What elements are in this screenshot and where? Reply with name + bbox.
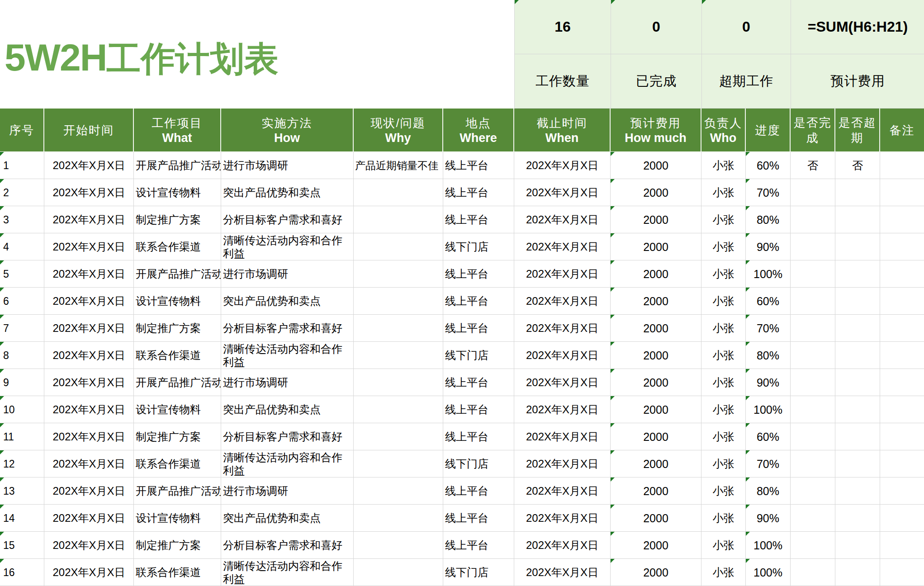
cell-overdue[interactable] bbox=[835, 288, 880, 315]
cell-where[interactable]: 线下门店 bbox=[443, 342, 514, 369]
cell-how_much[interactable]: 2000 bbox=[611, 423, 701, 450]
cell-how_much[interactable]: 2000 bbox=[611, 559, 701, 586]
cell-how[interactable]: 突出产品优势和卖点 bbox=[221, 288, 354, 315]
cell-who[interactable]: 小张 bbox=[701, 179, 746, 206]
cell-done[interactable] bbox=[791, 233, 835, 260]
cell-overdue[interactable] bbox=[835, 532, 880, 559]
cell-what[interactable]: 开展产品推广活动 bbox=[134, 260, 221, 288]
cell-where[interactable]: 线上平台 bbox=[443, 315, 514, 342]
cell-who[interactable]: 小张 bbox=[701, 396, 746, 423]
cell-start[interactable]: 202X年X月X日 bbox=[44, 206, 134, 233]
cell-how[interactable]: 分析目标客户需求和喜好 bbox=[221, 423, 354, 450]
cell-how_much[interactable]: 2000 bbox=[611, 233, 701, 260]
summary-value-completed[interactable]: 0 bbox=[611, 0, 702, 54]
cell-when[interactable]: 202X年X月X日 bbox=[514, 233, 611, 260]
cell-what[interactable]: 联系合作渠道 bbox=[134, 559, 221, 586]
cell-no[interactable]: 11 bbox=[0, 423, 44, 450]
cell-progress[interactable]: 100% bbox=[746, 559, 791, 586]
cell-what[interactable]: 制定推广方案 bbox=[134, 206, 221, 233]
cell-progress[interactable]: 60% bbox=[746, 288, 791, 315]
cell-when[interactable]: 202X年X月X日 bbox=[514, 396, 611, 423]
cell-who[interactable]: 小张 bbox=[701, 152, 746, 179]
cell-progress[interactable]: 80% bbox=[746, 206, 791, 233]
cell-how[interactable]: 清晰传达活动内容和合作利益 bbox=[221, 559, 354, 586]
cell-start[interactable]: 202X年X月X日 bbox=[44, 532, 134, 559]
cell-how_much[interactable]: 2000 bbox=[611, 315, 701, 342]
cell-when[interactable]: 202X年X月X日 bbox=[514, 559, 611, 586]
cell-why[interactable]: 产品近期销量不佳 bbox=[354, 152, 443, 179]
cell-remark[interactable] bbox=[880, 450, 924, 477]
summary-value-overdue[interactable]: 0 bbox=[702, 0, 791, 54]
cell-remark[interactable] bbox=[880, 233, 924, 260]
cell-how_much[interactable]: 2000 bbox=[611, 532, 701, 559]
col-header-overdue[interactable]: 是否超期 bbox=[835, 109, 880, 152]
cell-how[interactable]: 突出产品优势和卖点 bbox=[221, 179, 354, 206]
cell-how[interactable]: 分析目标客户需求和喜好 bbox=[221, 315, 354, 342]
cell-start[interactable]: 202X年X月X日 bbox=[44, 260, 134, 288]
cell-how_much[interactable]: 2000 bbox=[611, 396, 701, 423]
cell-progress[interactable]: 80% bbox=[746, 342, 791, 369]
cell-remark[interactable] bbox=[880, 396, 924, 423]
cell-overdue[interactable] bbox=[835, 450, 880, 477]
cell-remark[interactable] bbox=[880, 342, 924, 369]
cell-when[interactable]: 202X年X月X日 bbox=[514, 342, 611, 369]
cell-remark[interactable] bbox=[880, 288, 924, 315]
cell-overdue[interactable] bbox=[835, 477, 880, 505]
cell-what[interactable]: 设计宣传物料 bbox=[134, 505, 221, 532]
cell-why[interactable] bbox=[354, 206, 443, 233]
cell-start[interactable]: 202X年X月X日 bbox=[44, 450, 134, 477]
cell-why[interactable] bbox=[354, 179, 443, 206]
cell-remark[interactable] bbox=[880, 206, 924, 233]
cell-where[interactable]: 线上平台 bbox=[443, 260, 514, 288]
cell-done[interactable] bbox=[791, 342, 835, 369]
cell-overdue[interactable] bbox=[835, 315, 880, 342]
cell-progress[interactable]: 100% bbox=[746, 532, 791, 559]
cell-start[interactable]: 202X年X月X日 bbox=[44, 233, 134, 260]
cell-how_much[interactable]: 2000 bbox=[611, 505, 701, 532]
cell-who[interactable]: 小张 bbox=[701, 477, 746, 505]
cell-start[interactable]: 202X年X月X日 bbox=[44, 369, 134, 396]
cell-what[interactable]: 开展产品推广活动 bbox=[134, 152, 221, 179]
cell-who[interactable]: 小张 bbox=[701, 233, 746, 260]
cell-why[interactable] bbox=[354, 505, 443, 532]
cell-progress[interactable]: 70% bbox=[746, 315, 791, 342]
cell-who[interactable]: 小张 bbox=[701, 288, 746, 315]
cell-where[interactable]: 线上平台 bbox=[443, 369, 514, 396]
cell-overdue[interactable] bbox=[835, 233, 880, 260]
cell-remark[interactable] bbox=[880, 505, 924, 532]
cell-done[interactable] bbox=[791, 206, 835, 233]
cell-done[interactable] bbox=[791, 179, 835, 206]
col-header-who[interactable]: 负责人Who bbox=[701, 109, 746, 152]
cell-how[interactable]: 进行市场调研 bbox=[221, 369, 354, 396]
cell-why[interactable] bbox=[354, 369, 443, 396]
cell-how[interactable]: 清晰传达活动内容和合作利益 bbox=[221, 450, 354, 477]
summary-label-overdue[interactable]: 超期工作 bbox=[702, 54, 791, 109]
cell-when[interactable]: 202X年X月X日 bbox=[514, 288, 611, 315]
summary-label-cost[interactable]: 预计费用 bbox=[791, 54, 924, 109]
cell-who[interactable]: 小张 bbox=[701, 260, 746, 288]
cell-why[interactable] bbox=[354, 396, 443, 423]
cell-no[interactable]: 10 bbox=[0, 396, 44, 423]
cell-when[interactable]: 202X年X月X日 bbox=[514, 450, 611, 477]
cell-how_much[interactable]: 2000 bbox=[611, 288, 701, 315]
cell-remark[interactable] bbox=[880, 477, 924, 505]
cell-done[interactable]: 否 bbox=[791, 152, 835, 179]
cell-remark[interactable] bbox=[880, 423, 924, 450]
cell-who[interactable]: 小张 bbox=[701, 450, 746, 477]
cell-how[interactable]: 进行市场调研 bbox=[221, 260, 354, 288]
cell-done[interactable] bbox=[791, 288, 835, 315]
cell-what[interactable]: 制定推广方案 bbox=[134, 315, 221, 342]
cell-where[interactable]: 线上平台 bbox=[443, 423, 514, 450]
cell-how_much[interactable]: 2000 bbox=[611, 260, 701, 288]
cell-progress[interactable]: 80% bbox=[746, 477, 791, 505]
cell-how_much[interactable]: 2000 bbox=[611, 179, 701, 206]
cell-overdue[interactable] bbox=[835, 423, 880, 450]
col-header-when[interactable]: 截止时间When bbox=[514, 109, 611, 152]
cell-start[interactable]: 202X年X月X日 bbox=[44, 396, 134, 423]
cell-start[interactable]: 202X年X月X日 bbox=[44, 152, 134, 179]
cell-why[interactable] bbox=[354, 342, 443, 369]
col-header-remark[interactable]: 备注 bbox=[880, 109, 924, 152]
cell-done[interactable] bbox=[791, 505, 835, 532]
cell-overdue[interactable] bbox=[835, 396, 880, 423]
col-header-no[interactable]: 序号 bbox=[0, 109, 44, 152]
